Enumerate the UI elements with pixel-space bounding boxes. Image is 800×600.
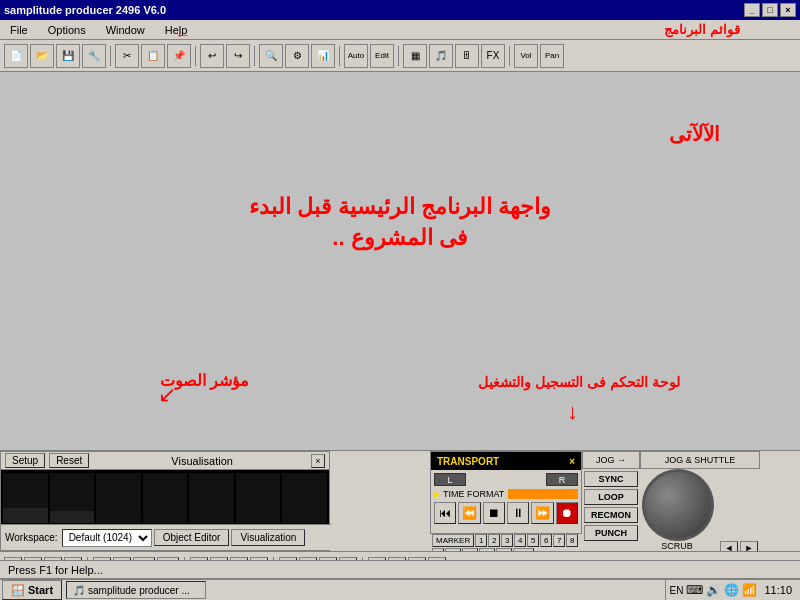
toolbar-sep3 (254, 46, 255, 66)
toolbar-settings[interactable]: ⚙ (285, 44, 309, 68)
toolbar-copy[interactable]: 📋 (141, 44, 165, 68)
sound-indicator-arrow: ↙ (158, 382, 176, 408)
start-button[interactable]: 🪟 Start (2, 580, 62, 600)
toolbar-paste[interactable]: 📌 (167, 44, 191, 68)
toolbar-midi[interactable]: 🎵 (429, 44, 453, 68)
toolbar-sep1 (110, 46, 111, 66)
transport-arrow: ↓ (567, 399, 578, 425)
toolbar-sep6 (509, 46, 510, 66)
r-button[interactable]: R (546, 473, 578, 486)
punch-button[interactable]: PUNCH (584, 525, 638, 541)
toolbar-cut[interactable]: ✂ (115, 44, 139, 68)
right-transport-btns: SYNC LOOP RECMON PUNCH (582, 469, 640, 543)
toolbar: 📄 📂 💾 🔧 ✂ 📋 📌 ↩ ↪ 🔍 ⚙ 📊 Auto Edit ▦ 🎵 🎚 … (0, 40, 800, 72)
taskbar-app-samplitude[interactable]: 🎵 samplitude producer ... (66, 581, 206, 599)
vis-title: Visualisation (93, 455, 311, 467)
transport-close[interactable]: × (569, 456, 575, 467)
vis-bar-7 (282, 473, 327, 523)
menu-file[interactable]: File (4, 23, 34, 37)
loop-button[interactable]: LOOP (584, 489, 638, 505)
marker-7[interactable]: 7 (553, 534, 565, 547)
vis-close-button[interactable]: × (311, 454, 325, 468)
toolbar-chart[interactable]: 📊 (311, 44, 335, 68)
btn-rewind[interactable]: ⏪ (458, 502, 480, 524)
toolbar-fx[interactable]: FX (481, 44, 505, 68)
toolbar-tool1[interactable]: 🔧 (82, 44, 106, 68)
toolbar-vol[interactable]: Vol (514, 44, 538, 68)
workspace-label: Workspace: (5, 532, 58, 543)
close-button[interactable]: × (780, 3, 796, 17)
title-bar: samplitude producer 2496 V6.0 _ □ × (0, 0, 800, 20)
toolbar-zoom[interactable]: 🔍 (259, 44, 283, 68)
jog-shuttle-label: JOG & SHUTTLE (665, 455, 736, 465)
toolbar-pan[interactable]: Pan (540, 44, 564, 68)
object-editor-button[interactable]: Object Editor (154, 529, 230, 546)
marker-3[interactable]: 3 (501, 534, 513, 547)
app-status-bar: Press F1 for Help... (0, 560, 800, 578)
btn-record[interactable]: ⏺ (556, 502, 578, 524)
status-text: Press F1 for Help... (8, 564, 103, 576)
marker-5[interactable]: 5 (527, 534, 539, 547)
vis-panel: Setup Reset Visualisation × -60 dB -50 d… (0, 451, 330, 551)
jog-shuttle-header: JOG & SHUTTLE (640, 451, 760, 469)
workspace-select[interactable]: Default (1024) (62, 529, 152, 547)
taskbar: 🪟 Start 🎵 samplitude producer ... EN ⌨ 🔊… (0, 578, 800, 600)
menu-help[interactable]: Help (159, 23, 194, 37)
vis-bar-5 (189, 473, 234, 523)
sync-button[interactable]: SYNC (584, 471, 638, 487)
vis-bar-3 (96, 473, 141, 523)
btn-stop[interactable]: ⏹ (483, 502, 505, 524)
tray-lang: EN (670, 585, 684, 596)
btn-rewind-start[interactable]: ⏮ (434, 502, 456, 524)
menu-options[interactable]: Options (42, 23, 92, 37)
start-icon: 🪟 (11, 584, 25, 597)
text-main-interface: واجهة البرنامج الرئيسية قبل البدء فى الم… (150, 192, 650, 254)
toolbar-sep5 (398, 46, 399, 66)
vis-content (1, 470, 329, 525)
vis-controls: Workspace: Default (1024) Object Editor … (1, 524, 331, 550)
taskbar-apps: 🎵 samplitude producer ... (62, 581, 665, 599)
maximize-button[interactable]: □ (762, 3, 778, 17)
toolbar-audio2[interactable]: Edit (370, 44, 394, 68)
tray-volume-icon: 🔊 (706, 583, 721, 597)
app-title: samplitude producer 2496 V6.0 (4, 4, 166, 16)
recmon-button[interactable]: RECMON (584, 507, 638, 523)
toolbar-save[interactable]: 💾 (56, 44, 80, 68)
jog-label: JOG → (596, 455, 626, 465)
scrub-label: SCRUB (648, 541, 706, 551)
jog-header: JOG → (582, 451, 640, 469)
vis-bar-4 (143, 473, 188, 523)
marker-6[interactable]: 6 (540, 534, 552, 547)
marker-8[interactable]: 8 (566, 534, 578, 547)
title-bar-buttons: _ □ × (744, 3, 796, 17)
text-coming-next: الآلآتى (669, 122, 720, 146)
vis-bar-1 (3, 473, 48, 523)
minimize-button[interactable]: _ (744, 3, 760, 17)
marker-1[interactable]: 1 (475, 534, 487, 547)
marker-2[interactable]: 2 (488, 534, 500, 547)
start-label: Start (28, 584, 53, 596)
toolbar-undo[interactable]: ↩ (200, 44, 224, 68)
toolbar-new[interactable]: 📄 (4, 44, 28, 68)
clock: 11:10 (760, 584, 796, 596)
toolbar-redo[interactable]: ↪ (226, 44, 250, 68)
transport-title: TRANSPORT (437, 456, 499, 467)
tray-keyboard-icon: ⌨ (686, 583, 703, 597)
transport-body: L R ▶ TIME FORMAT ⏮ ⏪ ⏹ ⏸ ⏩ ⏺ (431, 470, 581, 527)
l-button[interactable]: L (434, 473, 466, 486)
marker-4[interactable]: 4 (514, 534, 526, 547)
jog-dial[interactable] (642, 469, 714, 541)
menu-window[interactable]: Window (100, 23, 151, 37)
marker-button[interactable]: MARKER (432, 534, 474, 547)
transport-header: TRANSPORT × (431, 452, 581, 470)
visualization-button[interactable]: Visualization (231, 529, 305, 546)
toolbar-mix[interactable]: 🎚 (455, 44, 479, 68)
btn-pause[interactable]: ⏸ (507, 502, 529, 524)
toolbar-audio1[interactable]: Auto (344, 44, 368, 68)
time-format-label: TIME FORMAT (443, 489, 504, 499)
toolbar-open[interactable]: 📂 (30, 44, 54, 68)
btn-forward[interactable]: ⏩ (531, 502, 553, 524)
vis-reset-button[interactable]: Reset (49, 453, 89, 468)
vis-setup-button[interactable]: Setup (5, 453, 45, 468)
toolbar-grid[interactable]: ▦ (403, 44, 427, 68)
